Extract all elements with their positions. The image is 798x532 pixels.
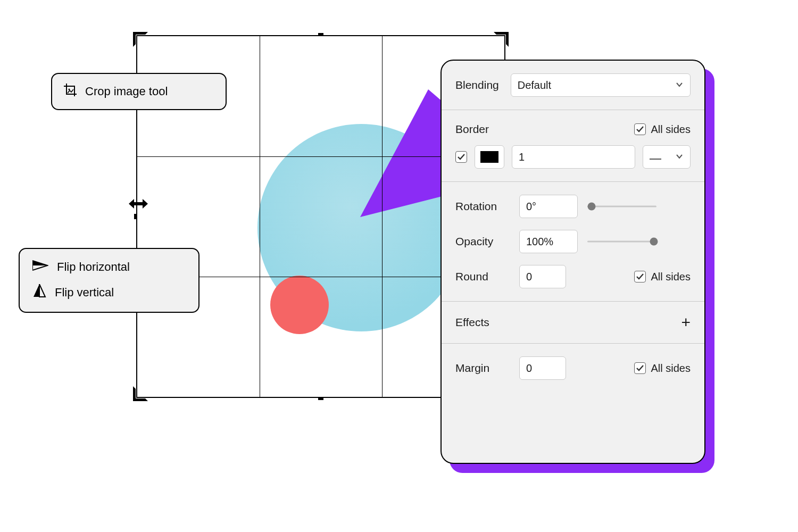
border-style-line-icon — [650, 151, 661, 163]
round-label: Round — [455, 270, 519, 283]
border-label: Border — [455, 123, 489, 136]
margin-label: Margin — [455, 362, 519, 375]
opacity-input[interactable]: 100% — [519, 230, 578, 253]
rotation-input[interactable]: 0° — [519, 195, 578, 218]
round-allsides-label: All sides — [651, 271, 691, 283]
svg-marker-5 — [34, 284, 39, 297]
crop-image-tool-card: Crop image tool — [51, 73, 227, 110]
resize-cursor-icon — [128, 197, 149, 213]
crop-handle-bottom[interactable] — [318, 397, 323, 400]
flip-horizontal-button[interactable]: Flip horizontal — [32, 260, 130, 275]
rotation-label: Rotation — [455, 200, 519, 213]
crop-handle-top[interactable] — [318, 33, 323, 36]
opacity-slider[interactable] — [587, 237, 656, 246]
chevron-down-icon — [675, 79, 684, 92]
round-allsides-checkbox[interactable] — [634, 271, 646, 282]
crop-handle-top-left[interactable] — [133, 32, 148, 47]
border-enable-checkbox[interactable] — [455, 151, 467, 163]
crop-icon — [63, 82, 78, 101]
add-effect-button[interactable]: + — [681, 314, 691, 330]
border-allsides-label: All sides — [651, 123, 691, 136]
blending-label: Blending — [455, 79, 499, 92]
opacity-label: Opacity — [455, 235, 519, 248]
flip-vertical-icon — [32, 284, 46, 301]
properties-panel: Blending Default Border All sides — [440, 60, 705, 464]
blending-select[interactable]: Default — [511, 73, 691, 97]
border-style-select[interactable] — [643, 145, 691, 169]
crop-gridline — [382, 36, 383, 397]
margin-allsides-checkbox[interactable] — [634, 362, 646, 374]
margin-allsides-label: All sides — [651, 362, 691, 375]
flip-horizontal-label: Flip horizontal — [57, 260, 130, 274]
blending-value: Default — [518, 79, 551, 92]
crop-handle-bottom-left[interactable] — [133, 386, 148, 401]
canvas-shape-circle-red — [270, 276, 329, 334]
crop-handle-top-right[interactable] — [494, 32, 509, 47]
border-color-swatch[interactable] — [475, 145, 504, 169]
svg-marker-6 — [39, 284, 45, 297]
chevron-down-icon — [675, 151, 684, 163]
crop-tool-label: Crop image tool — [85, 85, 168, 98]
flip-card: Flip horizontal Flip vertical — [19, 248, 200, 313]
crop-gridline — [260, 36, 260, 397]
margin-input[interactable]: 0 — [519, 356, 566, 380]
flip-vertical-button[interactable]: Flip vertical — [32, 284, 114, 301]
border-allsides-checkbox[interactable] — [634, 123, 646, 135]
effects-label: Effects — [455, 316, 489, 329]
flip-vertical-label: Flip vertical — [55, 286, 114, 300]
border-width-input[interactable]: 1 — [512, 145, 635, 169]
crop-handle-left[interactable] — [134, 214, 137, 219]
rotation-slider[interactable] — [587, 202, 656, 211]
round-input[interactable]: 0 — [519, 265, 566, 288]
flip-horizontal-icon — [32, 260, 48, 275]
